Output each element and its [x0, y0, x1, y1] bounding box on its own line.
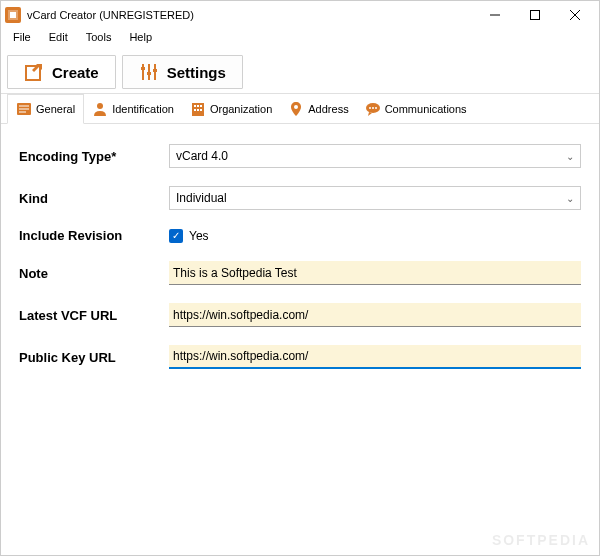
settings-label: Settings [167, 64, 226, 81]
window-title: vCard Creator (UNREGISTERED) [27, 9, 475, 21]
close-button[interactable] [555, 1, 595, 29]
label-latest-vcf-url: Latest VCF URL [19, 308, 169, 323]
svg-point-29 [375, 107, 377, 109]
row-latest-vcf-url: Latest VCF URL [19, 303, 581, 327]
svg-point-28 [372, 107, 374, 109]
toolbar: Create Settings [1, 51, 599, 94]
row-encoding-type: Encoding Type* vCard 4.0 ⌄ [19, 144, 581, 168]
label-include-revision: Include Revision [19, 228, 169, 243]
app-icon [5, 7, 21, 23]
svg-point-17 [97, 103, 103, 109]
svg-point-27 [369, 107, 371, 109]
settings-button[interactable]: Settings [122, 55, 243, 89]
menu-edit[interactable]: Edit [41, 29, 76, 51]
input-public-key-url[interactable] [169, 345, 581, 369]
tab-communications[interactable]: Communications [357, 94, 475, 123]
maximize-button[interactable] [515, 1, 555, 29]
row-include-revision: Include Revision ✓ Yes [19, 228, 581, 243]
svg-rect-19 [194, 105, 196, 107]
tab-label: Organization [210, 103, 272, 115]
tab-label: General [36, 103, 75, 115]
menu-file[interactable]: File [5, 29, 39, 51]
menu-tools[interactable]: Tools [78, 29, 120, 51]
general-icon [16, 101, 32, 117]
create-icon [24, 62, 44, 82]
svg-rect-23 [197, 109, 199, 111]
address-icon [288, 101, 304, 117]
checkbox-icon: ✓ [169, 229, 183, 243]
input-latest-vcf-url[interactable] [169, 303, 581, 327]
row-public-key-url: Public Key URL [19, 345, 581, 369]
tab-organization[interactable]: Organization [182, 94, 280, 123]
minimize-button[interactable] [475, 1, 515, 29]
svg-point-25 [294, 105, 298, 109]
tab-identification[interactable]: Identification [84, 94, 182, 123]
row-kind: Kind Individual ⌄ [19, 186, 581, 210]
chevron-down-icon: ⌄ [566, 151, 574, 162]
create-label: Create [52, 64, 99, 81]
tab-label: Address [308, 103, 348, 115]
svg-rect-11 [147, 72, 151, 75]
svg-rect-20 [197, 105, 199, 107]
tab-label: Identification [112, 103, 174, 115]
label-public-key-url: Public Key URL [19, 350, 169, 365]
app-window: vCard Creator (UNREGISTERED) File Edit T… [0, 0, 600, 556]
communications-icon [365, 101, 381, 117]
window-controls [475, 1, 595, 29]
tab-general[interactable]: General [7, 94, 84, 124]
menu-help[interactable]: Help [121, 29, 160, 51]
svg-rect-12 [153, 69, 157, 72]
identification-icon [92, 101, 108, 117]
label-kind: Kind [19, 191, 169, 206]
label-encoding-type: Encoding Type* [19, 149, 169, 164]
svg-rect-21 [200, 105, 202, 107]
tab-bar: General Identification Organization Addr… [1, 94, 599, 124]
svg-rect-24 [200, 109, 202, 111]
svg-rect-22 [194, 109, 196, 111]
chevron-down-icon: ⌄ [566, 193, 574, 204]
row-note: Note [19, 261, 581, 285]
form-panel: Encoding Type* vCard 4.0 ⌄ Kind Individu… [1, 124, 599, 555]
checkbox-label: Yes [189, 229, 209, 243]
svg-rect-3 [531, 11, 540, 20]
label-note: Note [19, 266, 169, 281]
tab-label: Communications [385, 103, 467, 115]
select-value: vCard 4.0 [176, 149, 228, 163]
select-value: Individual [176, 191, 227, 205]
menubar: File Edit Tools Help [1, 29, 599, 51]
organization-icon [190, 101, 206, 117]
settings-icon [139, 62, 159, 82]
titlebar: vCard Creator (UNREGISTERED) [1, 1, 599, 29]
watermark: SOFTPEDIA [492, 532, 590, 548]
svg-rect-1 [10, 12, 16, 18]
input-note[interactable] [169, 261, 581, 285]
checkbox-include-revision[interactable]: ✓ Yes [169, 229, 581, 243]
create-button[interactable]: Create [7, 55, 116, 89]
tab-address[interactable]: Address [280, 94, 356, 123]
svg-rect-10 [141, 67, 145, 70]
select-kind[interactable]: Individual ⌄ [169, 186, 581, 210]
select-encoding-type[interactable]: vCard 4.0 ⌄ [169, 144, 581, 168]
